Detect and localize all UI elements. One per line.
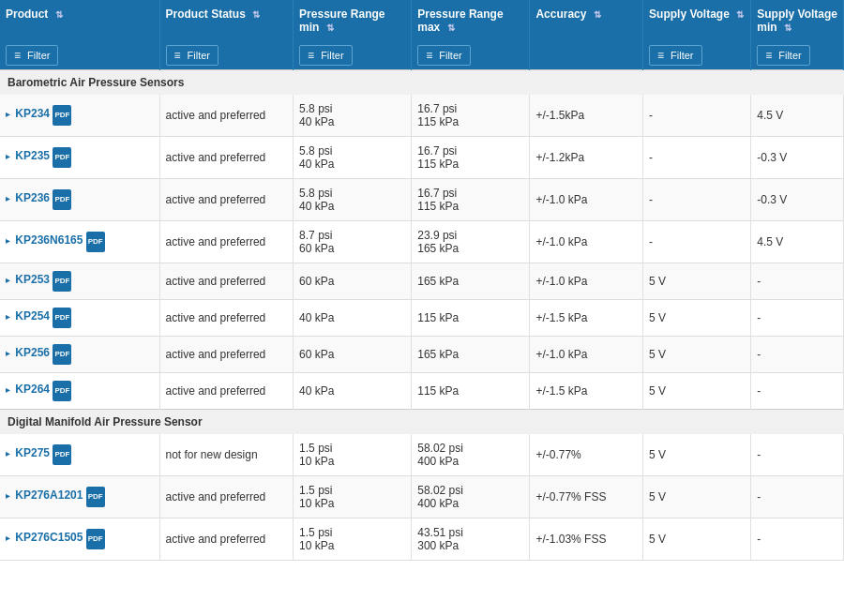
pmin-cell: 60 kPa xyxy=(294,263,412,300)
product-link[interactable]: KP276C1505 xyxy=(15,531,83,544)
filter-voltage-button[interactable]: ≡ Filter xyxy=(649,45,701,66)
status-cell: active and preferred xyxy=(159,373,294,410)
table-row: ▸ KP276C1505 PDF active and preferred1.5… xyxy=(0,518,844,561)
accuracy-cell: +/-1.0 kPa xyxy=(530,337,643,373)
status-cell: active and preferred xyxy=(159,476,294,518)
accuracy-cell: +/-0.77% xyxy=(530,434,643,476)
filter-pmax-button[interactable]: ≡ Filter xyxy=(417,45,470,66)
col-header-pmax[interactable]: Pressure Range max ⇅ xyxy=(412,0,530,41)
vmin-cell: 4.5 V xyxy=(751,221,844,263)
accuracy-cell: +/-1.2kPa xyxy=(530,137,643,179)
pdf-icon[interactable]: PDF xyxy=(53,308,71,328)
vmin-cell: - xyxy=(751,518,844,561)
product-link[interactable]: KP276A1201 xyxy=(15,488,83,502)
table-row: ▸ KP236N6165 PDF active and preferred8.7… xyxy=(0,221,844,263)
filter-product-button[interactable]: ≡ Filter xyxy=(6,45,58,66)
pmin-value2: 10 kPa xyxy=(299,539,334,552)
pmax-cell: 165 kPa xyxy=(412,263,530,300)
product-link[interactable]: KP234 xyxy=(15,107,50,120)
pmax-cell: 165 kPa xyxy=(412,337,530,373)
voltage-cell: - xyxy=(643,221,751,263)
voltage-cell: 5 V xyxy=(643,518,751,561)
product-cell: ▸ KP264 PDF xyxy=(0,373,159,410)
section-header-row: Digital Manifold Air Pressure Sensor xyxy=(0,410,844,435)
pdf-icon[interactable]: PDF xyxy=(86,232,105,252)
col-header-pmin[interactable]: Pressure Range min ⇅ xyxy=(294,0,412,41)
col-header-accuracy[interactable]: Accuracy ⇅ xyxy=(530,0,643,41)
vmin-cell: 4.5 V xyxy=(751,95,844,137)
product-link[interactable]: KP236 xyxy=(15,191,50,204)
pmax-cell: 16.7 psi115 kPa xyxy=(412,95,530,137)
pmin-cell: 5.8 psi40 kPa xyxy=(294,137,412,179)
col-header-status[interactable]: Product Status ⇅ xyxy=(159,0,294,41)
status-cell: active and preferred xyxy=(159,337,294,373)
filter-status-button[interactable]: ≡ Filter xyxy=(166,45,219,66)
product-cell: ▸ KP275 PDF xyxy=(0,434,159,476)
pmax-value2: 400 kPa xyxy=(417,455,459,468)
product-cell: ▸ KP235 PDF xyxy=(0,137,159,179)
table-row: ▸ KP234 PDF active and preferred5.8 psi4… xyxy=(0,95,844,137)
col-pmin-label: Pressure Range min xyxy=(299,8,384,34)
col-product-label: Product xyxy=(6,8,48,21)
pmax-value2: 400 kPa xyxy=(417,497,459,510)
vmin-cell: - xyxy=(751,434,844,476)
sort-icon-product: ⇅ xyxy=(55,9,63,20)
filter-pmin-button[interactable]: ≡ Filter xyxy=(299,45,352,66)
pmin-value: 1.5 psi xyxy=(299,442,332,455)
voltage-cell: 5 V xyxy=(643,434,751,476)
pmin-cell: 60 kPa xyxy=(294,337,412,373)
pmax-value: 23.9 psi xyxy=(417,229,457,242)
vmin-cell: - xyxy=(751,337,844,373)
pmax-cell: 23.9 psi165 kPa xyxy=(412,221,530,263)
pmin-value: 1.5 psi xyxy=(299,484,332,497)
product-link[interactable]: KP235 xyxy=(15,149,50,162)
pdf-icon[interactable]: PDF xyxy=(86,529,105,549)
voltage-cell: - xyxy=(643,179,751,221)
col-header-voltage[interactable]: Supply Voltage ⇅ xyxy=(643,0,751,41)
pdf-icon[interactable]: PDF xyxy=(86,487,105,507)
sort-icon-vmin: ⇅ xyxy=(784,23,791,33)
pmin-value: 1.5 psi xyxy=(299,526,332,539)
pdf-icon[interactable]: PDF xyxy=(53,271,71,292)
product-link[interactable]: KP275 xyxy=(15,446,50,459)
product-cell: ▸ KP256 PDF xyxy=(0,337,159,373)
pdf-icon[interactable]: PDF xyxy=(53,105,71,126)
pdf-icon[interactable]: PDF xyxy=(53,189,71,210)
status-cell: active and preferred xyxy=(159,518,294,561)
pdf-icon[interactable]: PDF xyxy=(53,381,71,401)
pmax-cell: 16.7 psi115 kPa xyxy=(412,137,530,179)
product-cell: ▸ KP236N6165 PDF xyxy=(0,221,159,263)
accuracy-cell: +/-1.5kPa xyxy=(530,95,643,137)
pmin-value: 5.8 psi xyxy=(299,187,332,200)
product-link[interactable]: KP256 xyxy=(15,346,50,359)
filter-pmin-cell: ≡ Filter xyxy=(294,41,412,70)
vmin-cell: - xyxy=(751,300,844,337)
col-header-product[interactable]: Product ⇅ xyxy=(0,0,159,41)
product-link[interactable]: KP253 xyxy=(15,273,50,286)
pdf-icon[interactable]: PDF xyxy=(53,444,71,465)
pdf-icon[interactable]: PDF xyxy=(53,147,71,168)
filter-icon: ≡ xyxy=(426,49,432,62)
col-header-vmin[interactable]: Supply Voltage min ⇅ xyxy=(751,0,844,41)
filter-voltage-cell: ≡ Filter xyxy=(643,41,751,70)
product-link[interactable]: KP236N6165 xyxy=(15,233,83,247)
product-link[interactable]: KP254 xyxy=(15,309,50,323)
status-cell: active and preferred xyxy=(159,137,294,179)
pmin-value: 8.7 psi xyxy=(299,229,332,242)
status-cell: not for new design xyxy=(159,434,294,476)
pmax-value: 58.02 psi xyxy=(417,484,463,497)
voltage-cell: - xyxy=(643,137,751,179)
col-accuracy-label: Accuracy xyxy=(535,8,586,21)
table-row: ▸ KP264 PDF active and preferred40 kPa11… xyxy=(0,373,844,410)
pmax-cell: 115 kPa xyxy=(412,373,530,410)
filter-product-cell: ≡ Filter xyxy=(0,41,159,70)
accuracy-cell: +/-1.0 kPa xyxy=(530,221,643,263)
row-chevron: ▸ xyxy=(6,193,10,203)
row-chevron: ▸ xyxy=(6,275,10,285)
filter-vmin-button[interactable]: ≡ Filter xyxy=(757,45,809,66)
filter-status-cell: ≡ Filter xyxy=(159,41,294,70)
row-chevron: ▸ xyxy=(6,348,10,358)
pmax-cell: 16.7 psi115 kPa xyxy=(412,179,530,221)
pdf-icon[interactable]: PDF xyxy=(53,344,71,365)
product-link[interactable]: KP264 xyxy=(15,383,50,396)
